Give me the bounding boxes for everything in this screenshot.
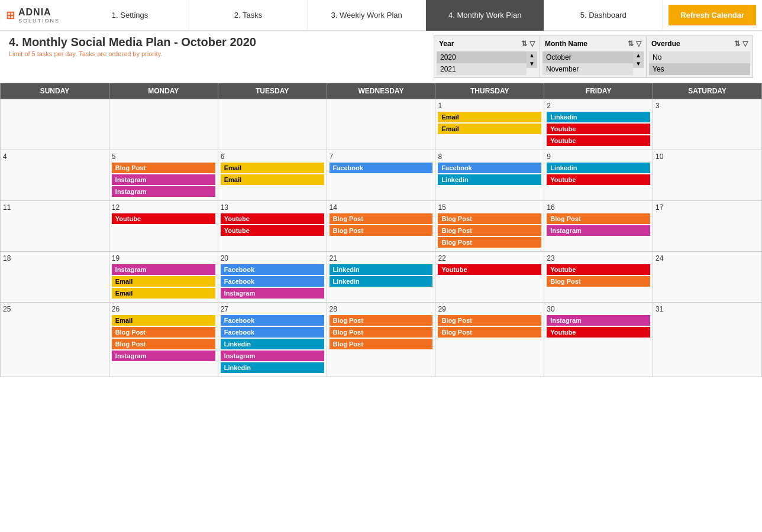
logo-icon: ⊞ [6, 9, 15, 22]
day-number: 27 [221, 305, 324, 313]
day-number: 6 [221, 153, 324, 161]
calendar-cell-26: 26EmailBlog PostBlog PostInstagram [109, 303, 218, 377]
calendar-cell-empty [1, 99, 109, 150]
task-pill[interactable]: Email [221, 174, 324, 185]
task-pill[interactable]: Blog Post [547, 276, 650, 287]
month-filter: Month Name ⇅ ▽ October November ▲ [540, 35, 647, 78]
task-pill[interactable]: Facebook [330, 163, 433, 173]
task-pill[interactable]: Linkedin [330, 264, 433, 275]
day-number: 9 [547, 153, 650, 161]
nav-settings[interactable]: 1. Settings [71, 0, 189, 31]
task-pill[interactable]: Instagram [547, 225, 650, 236]
task-pill[interactable]: Blog Post [547, 213, 650, 224]
calendar-week-1: 45Blog PostInstagramInstagram6EmailEmail… [1, 150, 762, 201]
task-pill[interactable]: Youtube [547, 124, 650, 134]
task-pill[interactable]: Blog Post [330, 339, 433, 349]
logo: ⊞ ADNIA SOLUTIONS [0, 7, 71, 24]
task-pill[interactable]: Youtube [438, 264, 541, 275]
task-pill[interactable]: Blog Post [330, 327, 433, 338]
day-number: 31 [656, 305, 759, 313]
nav-dashboard[interactable]: 5. Dashboard [544, 0, 663, 31]
task-pill[interactable]: Email [438, 124, 541, 134]
task-pill[interactable]: Facebook [221, 315, 324, 326]
task-pill[interactable]: Facebook [221, 276, 324, 287]
nav-monthly[interactable]: 4. Monthly Work Plan [426, 0, 544, 31]
year-scroll-down[interactable]: ▼ [527, 60, 537, 68]
day-number: 8 [438, 153, 541, 161]
calendar-cell-4: 4 [1, 150, 109, 201]
task-pill[interactable]: Instagram [112, 264, 215, 275]
calendar-table: SUNDAYMONDAYTUESDAYWEDNESDAYTHURSDAYFRID… [0, 83, 762, 377]
task-pill[interactable]: Linkedin [547, 163, 650, 173]
overdue-filter-icon[interactable]: ▽ [742, 40, 748, 48]
year-filter-icon[interactable]: ▽ [529, 40, 535, 48]
task-pill[interactable]: Blog Post [438, 315, 541, 326]
month-scroll-down[interactable]: ▼ [633, 60, 644, 68]
task-pill[interactable]: Instagram [547, 315, 650, 326]
day-number: 16 [547, 203, 650, 212]
task-pill[interactable]: Email [112, 288, 215, 299]
task-pill[interactable]: Instagram [112, 351, 215, 361]
calendar-cell-27: 27FacebookFacebookLinkedinInstagramLinke… [218, 303, 327, 377]
task-pill[interactable]: Linkedin [221, 362, 324, 373]
task-pill[interactable]: Instagram [112, 174, 215, 185]
task-pill[interactable]: Youtube [221, 225, 324, 236]
day-number: 5 [112, 153, 215, 161]
month-option-october[interactable]: October [543, 51, 633, 63]
task-pill[interactable]: Blog Post [438, 237, 541, 248]
task-pill[interactable]: Linkedin [438, 174, 541, 185]
task-pill[interactable]: Linkedin [547, 112, 650, 122]
task-pill[interactable]: Blog Post [330, 315, 433, 326]
task-pill[interactable]: Email [112, 276, 215, 287]
task-pill[interactable]: Youtube [547, 327, 650, 338]
day-number: 18 [3, 254, 106, 262]
task-pill[interactable]: Blog Post [112, 163, 215, 173]
task-pill[interactable]: Youtube [547, 135, 650, 146]
task-pill[interactable]: Facebook [221, 327, 324, 338]
task-pill[interactable]: Facebook [221, 264, 324, 275]
task-pill[interactable]: Email [112, 315, 215, 326]
task-pill[interactable]: Blog Post [112, 339, 215, 349]
calendar-cell-5: 5Blog PostInstagramInstagram [109, 150, 218, 201]
task-pill[interactable]: Instagram [221, 351, 324, 361]
task-pill[interactable]: Youtube [547, 174, 650, 185]
overdue-option-yes[interactable]: Yes [649, 63, 750, 75]
month-sort-icon[interactable]: ⇅ [628, 40, 634, 48]
task-pill[interactable]: Youtube [221, 213, 324, 224]
day-number: 12 [112, 203, 215, 212]
calendar-day-header-tuesday: TUESDAY [218, 83, 327, 99]
task-pill[interactable]: Linkedin [221, 339, 324, 349]
task-pill[interactable]: Blog Post [438, 225, 541, 236]
task-pill[interactable]: Blog Post [330, 213, 433, 224]
task-pill[interactable]: Facebook [438, 163, 541, 173]
year-option-2021[interactable]: 2021 [437, 63, 527, 75]
refresh-button[interactable]: Refresh Calendar [669, 5, 756, 25]
day-number: 23 [547, 254, 650, 262]
task-pill[interactable]: Blog Post [330, 225, 433, 236]
task-pill[interactable]: Blog Post [438, 327, 541, 338]
task-pill[interactable]: Instagram [112, 186, 215, 197]
year-option-2020[interactable]: 2020 [437, 51, 527, 63]
task-pill[interactable]: Blog Post [112, 327, 215, 338]
nav-items: 1. Settings 2. Tasks 3. Weekly Work Plan… [71, 0, 663, 31]
nav-tasks[interactable]: 2. Tasks [189, 0, 308, 31]
year-scroll-up[interactable]: ▲ [527, 51, 537, 60]
task-pill[interactable]: Youtube [112, 213, 215, 224]
day-number: 17 [656, 203, 759, 212]
calendar-day-header-monday: MONDAY [109, 83, 218, 99]
task-pill[interactable]: Linkedin [330, 276, 433, 287]
task-pill[interactable]: Youtube [547, 264, 650, 275]
task-pill[interactable]: Instagram [221, 288, 324, 299]
month-scroll-up[interactable]: ▲ [633, 51, 644, 60]
overdue-option-no[interactable]: No [649, 51, 750, 63]
task-pill[interactable]: Email [221, 163, 324, 173]
overdue-sort-icon[interactable]: ⇅ [734, 40, 740, 48]
task-pill[interactable]: Email [438, 112, 541, 122]
month-filter-icon[interactable]: ▽ [636, 40, 641, 48]
nav-weekly[interactable]: 3. Weekly Work Plan [308, 0, 426, 31]
month-option-november[interactable]: November [543, 63, 633, 75]
task-pill[interactable]: Blog Post [438, 213, 541, 224]
calendar-cell-23: 23YoutubeBlog Post [544, 252, 653, 303]
day-number: 19 [112, 254, 215, 262]
year-sort-icon[interactable]: ⇅ [521, 40, 527, 48]
